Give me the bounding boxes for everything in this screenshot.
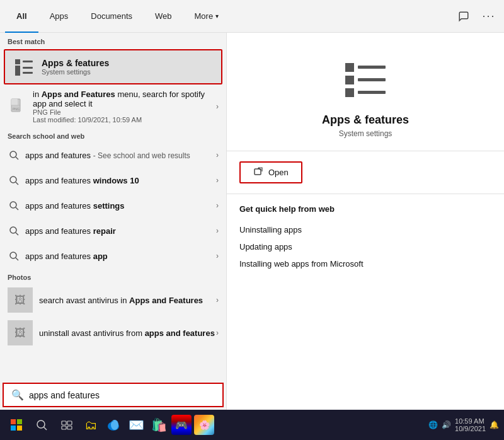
svg-point-12 [10, 177, 16, 183]
photos-result-1-text: search avast antivirus in Apps and Featu… [39, 296, 216, 305]
photos-result-1[interactable]: 🖼 search avast antivirus in Apps and Fea… [0, 284, 226, 316]
tab-apps[interactable]: Apps [38, 0, 80, 33]
search-icon [8, 149, 20, 161]
quick-help-link-2[interactable]: Updating apps [239, 238, 491, 255]
svg-rect-28 [17, 419, 22, 424]
tab-all[interactable]: All [5, 0, 38, 33]
svg-rect-7 [11, 99, 18, 105]
svg-point-18 [10, 252, 16, 258]
mail-button[interactable]: ✉️ [126, 415, 146, 435]
svg-rect-27 [11, 419, 16, 424]
main-content: Best match Apps & features System sett [0, 33, 504, 410]
svg-line-15 [16, 207, 18, 210]
web-result-1-text: apps and features - See school and web r… [25, 151, 216, 160]
svg-rect-22 [345, 76, 354, 84]
quick-help-link-1[interactable]: Uninstalling apps [239, 221, 491, 238]
photo-thumb-1: 🖼 [8, 287, 33, 313]
task-view-button[interactable] [55, 414, 78, 436]
svg-line-17 [16, 233, 18, 235]
chevron-right-photo-1: › [216, 296, 219, 304]
chevron-down-icon: ▾ [215, 13, 219, 20]
left-panel: Best match Apps & features System sett [0, 33, 227, 410]
file-result-title: in Apps and Features menu, search for sp… [33, 90, 216, 108]
svg-line-11 [16, 157, 18, 159]
file-result-item[interactable]: PNG in Apps and Features menu, search fo… [0, 86, 226, 127]
svg-rect-26 [255, 169, 261, 175]
web-result-4-text: apps and features repair [25, 226, 216, 236]
more-options-icon[interactable]: ··· [479, 6, 499, 26]
xbox-button[interactable]: 🎮 [171, 415, 192, 435]
svg-point-10 [10, 151, 16, 158]
school-web-label: Search school and web [0, 127, 226, 142]
chevron-right-icon: › [216, 102, 219, 111]
file-icon: PNG [8, 96, 28, 117]
web-result-4[interactable]: apps and features repair › [0, 218, 226, 243]
edge-browser-button[interactable] [103, 415, 123, 435]
chevron-right-icon-4: › [216, 226, 219, 235]
svg-rect-34 [67, 421, 72, 425]
store-button[interactable]: 🛍️ [149, 415, 169, 435]
file-explorer-button[interactable]: 🗂 [81, 415, 101, 435]
app-icon-large [343, 58, 388, 103]
chevron-right-icon-1: › [216, 151, 219, 159]
svg-point-31 [37, 420, 45, 428]
search-bar-icon: 🔍 [11, 389, 24, 401]
right-app-sub: System settings [339, 129, 392, 138]
svg-text:PNG: PNG [13, 107, 20, 111]
web-result-3[interactable]: apps and features settings › [0, 193, 226, 218]
svg-rect-20 [345, 63, 354, 72]
quick-help-area: Get quick help from web Uninstalling app… [227, 194, 504, 282]
svg-rect-3 [23, 67, 33, 69]
photo-thumb-2: 🖼 [8, 320, 33, 345]
tab-more[interactable]: More ▾ [183, 0, 231, 33]
svg-rect-25 [358, 91, 386, 94]
quick-help-title: Get quick help from web [239, 204, 491, 214]
tab-web[interactable]: Web [144, 0, 183, 33]
tray-icon-volume[interactable]: 🔊 [442, 420, 451, 429]
photos-result-2[interactable]: 🖼 uninstall avast antivirus from apps an… [0, 316, 226, 349]
chevron-right-photo-2: › [216, 328, 219, 337]
file-result-modified: Last modified: 10/9/2021, 10:59 AM [33, 116, 216, 124]
svg-line-19 [16, 258, 18, 260]
svg-rect-24 [345, 88, 354, 97]
svg-rect-5 [23, 72, 33, 74]
svg-rect-2 [15, 66, 20, 71]
open-btn-area: Open [227, 151, 504, 194]
notification-icon[interactable]: 🔔 [490, 420, 499, 429]
svg-line-13 [16, 182, 18, 185]
svg-rect-35 [62, 426, 66, 429]
search-taskbar-button[interactable] [30, 414, 53, 436]
svg-rect-29 [11, 426, 16, 431]
web-result-5-text: apps and features app [25, 252, 216, 261]
tab-documents[interactable]: Documents [79, 0, 144, 33]
chevron-right-icon-2: › [216, 176, 219, 185]
svg-rect-0 [15, 59, 20, 64]
photos-app-button[interactable]: 🌸 [194, 415, 214, 435]
right-app-name: Apps & features [322, 113, 409, 127]
svg-rect-36 [67, 426, 72, 429]
apps-features-small-icon [13, 55, 35, 78]
web-result-2[interactable]: apps and features windows 10 › [0, 168, 226, 193]
feedback-icon[interactable] [454, 6, 474, 26]
open-icon [253, 166, 263, 178]
search-icon-2 [8, 174, 20, 187]
open-button[interactable]: Open [239, 161, 302, 183]
start-button[interactable] [5, 414, 28, 436]
chevron-right-icon-5: › [216, 252, 219, 260]
svg-line-32 [44, 427, 47, 431]
tray-icon-network[interactable]: 🌐 [428, 420, 438, 429]
search-input[interactable] [29, 390, 215, 400]
chevron-right-icon-3: › [216, 201, 219, 210]
search-icon-4 [8, 224, 20, 237]
svg-rect-33 [62, 421, 66, 425]
best-match-item[interactable]: Apps & features System settings [4, 49, 222, 84]
web-result-5[interactable]: apps and features app › [0, 243, 226, 269]
web-result-1[interactable]: apps and features - See school and web r… [0, 142, 226, 168]
best-match-label: Best match [0, 33, 226, 48]
svg-rect-23 [358, 78, 386, 81]
svg-point-16 [10, 227, 16, 233]
nav-icons: ··· [454, 6, 499, 26]
quick-help-link-3[interactable]: Installing web apps from Microsoft [239, 255, 491, 272]
web-result-2-text: apps and features windows 10 [25, 176, 216, 185]
best-match-title: Apps & features [42, 58, 109, 68]
